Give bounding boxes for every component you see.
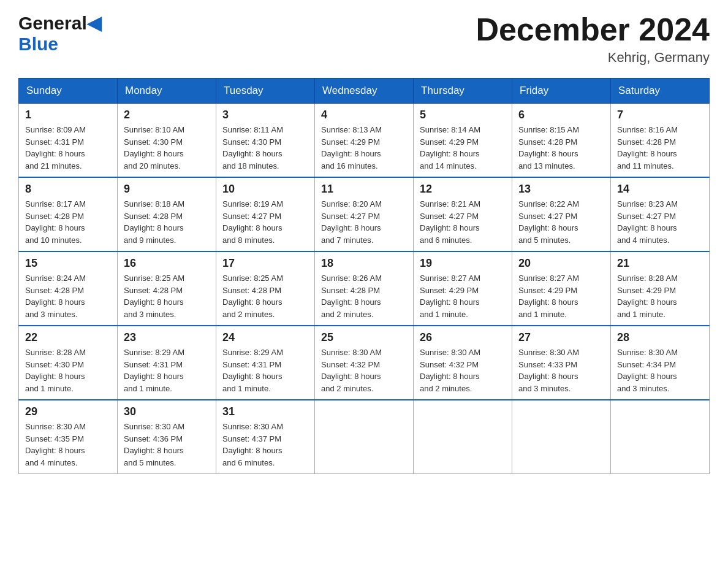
calendar-table: Sunday Monday Tuesday Wednesday Thursday… [18, 78, 710, 474]
page-header: General◀ Blue December 2024 Kehrig, Germ… [18, 12, 710, 66]
day-info: Sunrise: 8:30 AMSunset: 4:36 PMDaylight:… [124, 421, 210, 469]
day-number: 28 [617, 331, 703, 344]
day-info: Sunrise: 8:28 AMSunset: 4:30 PMDaylight:… [25, 347, 111, 394]
day-number: 1 [25, 109, 111, 121]
table-row: 11Sunrise: 8:20 AMSunset: 4:27 PMDayligh… [315, 177, 414, 251]
day-number: 6 [518, 109, 604, 121]
day-number: 31 [222, 405, 308, 418]
table-row: 26Sunrise: 8:30 AMSunset: 4:32 PMDayligh… [414, 326, 512, 400]
col-tuesday: Tuesday [216, 79, 315, 104]
day-number: 27 [518, 331, 604, 344]
day-info: Sunrise: 8:28 AMSunset: 4:29 PMDaylight:… [617, 272, 703, 320]
day-number: 23 [124, 331, 210, 344]
day-info: Sunrise: 8:14 AMSunset: 4:29 PMDaylight:… [420, 124, 506, 172]
day-info: Sunrise: 8:30 AMSunset: 4:35 PMDaylight:… [25, 421, 111, 469]
table-row: 10Sunrise: 8:19 AMSunset: 4:27 PMDayligh… [216, 177, 315, 251]
col-thursday: Thursday [414, 79, 512, 104]
day-info: Sunrise: 8:30 AMSunset: 4:34 PMDaylight:… [617, 347, 703, 394]
day-info: Sunrise: 8:10 AMSunset: 4:30 PMDaylight:… [124, 124, 210, 172]
day-info: Sunrise: 8:09 AMSunset: 4:31 PMDaylight:… [25, 124, 111, 172]
title-section: December 2024 Kehrig, Germany [476, 12, 710, 66]
day-info: Sunrise: 8:30 AMSunset: 4:32 PMDaylight:… [420, 347, 506, 394]
day-info: Sunrise: 8:24 AMSunset: 4:28 PMDaylight:… [25, 272, 111, 320]
table-row: 2Sunrise: 8:10 AMSunset: 4:30 PMDaylight… [118, 104, 216, 178]
calendar-header-row: Sunday Monday Tuesday Wednesday Thursday… [19, 79, 710, 104]
day-number: 14 [617, 183, 703, 196]
day-info: Sunrise: 8:27 AMSunset: 4:29 PMDaylight:… [518, 272, 604, 320]
table-row [315, 400, 414, 474]
table-row: 25Sunrise: 8:30 AMSunset: 4:32 PMDayligh… [315, 326, 414, 400]
day-number: 12 [420, 183, 506, 196]
day-info: Sunrise: 8:19 AMSunset: 4:27 PMDaylight:… [222, 198, 308, 246]
table-row: 19Sunrise: 8:27 AMSunset: 4:29 PMDayligh… [414, 251, 512, 326]
table-row: 27Sunrise: 8:30 AMSunset: 4:33 PMDayligh… [512, 326, 611, 400]
day-number: 21 [617, 257, 703, 270]
table-row [611, 400, 710, 474]
day-number: 7 [617, 109, 703, 121]
table-row: 15Sunrise: 8:24 AMSunset: 4:28 PMDayligh… [19, 251, 118, 326]
calendar-week-2: 8Sunrise: 8:17 AMSunset: 4:28 PMDaylight… [19, 177, 710, 251]
day-number: 11 [321, 183, 407, 196]
day-number: 30 [124, 405, 210, 418]
day-info: Sunrise: 8:16 AMSunset: 4:28 PMDaylight:… [617, 124, 703, 172]
day-number: 3 [222, 109, 308, 121]
table-row: 29Sunrise: 8:30 AMSunset: 4:35 PMDayligh… [19, 400, 118, 474]
table-row: 24Sunrise: 8:29 AMSunset: 4:31 PMDayligh… [216, 326, 315, 400]
day-info: Sunrise: 8:17 AMSunset: 4:28 PMDaylight:… [25, 198, 111, 246]
day-number: 24 [222, 331, 308, 344]
day-number: 29 [25, 405, 111, 418]
day-info: Sunrise: 8:27 AMSunset: 4:29 PMDaylight:… [420, 272, 506, 320]
day-number: 8 [25, 183, 111, 196]
table-row: 20Sunrise: 8:27 AMSunset: 4:29 PMDayligh… [512, 251, 611, 326]
day-number: 15 [25, 257, 111, 270]
day-number: 19 [420, 257, 506, 270]
table-row: 9Sunrise: 8:18 AMSunset: 4:28 PMDaylight… [118, 177, 216, 251]
table-row: 21Sunrise: 8:28 AMSunset: 4:29 PMDayligh… [611, 251, 710, 326]
table-row: 13Sunrise: 8:22 AMSunset: 4:27 PMDayligh… [512, 177, 611, 251]
day-info: Sunrise: 8:13 AMSunset: 4:29 PMDaylight:… [321, 124, 407, 172]
location-label: Kehrig, Germany [476, 50, 710, 66]
day-number: 2 [124, 109, 210, 121]
day-info: Sunrise: 8:18 AMSunset: 4:28 PMDaylight:… [124, 198, 210, 246]
table-row: 17Sunrise: 8:25 AMSunset: 4:28 PMDayligh… [216, 251, 315, 326]
table-row: 16Sunrise: 8:25 AMSunset: 4:28 PMDayligh… [118, 251, 216, 326]
day-info: Sunrise: 8:25 AMSunset: 4:28 PMDaylight:… [222, 272, 308, 320]
day-number: 10 [222, 183, 308, 196]
table-row: 1Sunrise: 8:09 AMSunset: 4:31 PMDaylight… [19, 104, 118, 178]
logo: General◀ Blue [18, 12, 101, 55]
table-row [512, 400, 611, 474]
table-row: 12Sunrise: 8:21 AMSunset: 4:27 PMDayligh… [414, 177, 512, 251]
col-sunday: Sunday [19, 79, 118, 104]
table-row [414, 400, 512, 474]
day-number: 18 [321, 257, 407, 270]
col-saturday: Saturday [611, 79, 710, 104]
day-info: Sunrise: 8:30 AMSunset: 4:33 PMDaylight:… [518, 347, 604, 394]
table-row: 18Sunrise: 8:26 AMSunset: 4:28 PMDayligh… [315, 251, 414, 326]
day-info: Sunrise: 8:22 AMSunset: 4:27 PMDaylight:… [518, 198, 604, 246]
table-row: 6Sunrise: 8:15 AMSunset: 4:28 PMDaylight… [512, 104, 611, 178]
col-friday: Friday [512, 79, 611, 104]
day-info: Sunrise: 8:30 AMSunset: 4:37 PMDaylight:… [222, 421, 308, 469]
day-number: 16 [124, 257, 210, 270]
table-row: 3Sunrise: 8:11 AMSunset: 4:30 PMDaylight… [216, 104, 315, 178]
day-info: Sunrise: 8:25 AMSunset: 4:28 PMDaylight:… [124, 272, 210, 320]
day-number: 25 [321, 331, 407, 344]
day-info: Sunrise: 8:21 AMSunset: 4:27 PMDaylight:… [420, 198, 506, 246]
day-info: Sunrise: 8:29 AMSunset: 4:31 PMDaylight:… [124, 347, 210, 394]
col-wednesday: Wednesday [315, 79, 414, 104]
day-number: 5 [420, 109, 506, 121]
day-number: 13 [518, 183, 604, 196]
table-row: 31Sunrise: 8:30 AMSunset: 4:37 PMDayligh… [216, 400, 315, 474]
table-row: 4Sunrise: 8:13 AMSunset: 4:29 PMDaylight… [315, 104, 414, 178]
table-row: 14Sunrise: 8:23 AMSunset: 4:27 PMDayligh… [611, 177, 710, 251]
day-number: 4 [321, 109, 407, 121]
day-number: 9 [124, 183, 210, 196]
table-row: 28Sunrise: 8:30 AMSunset: 4:34 PMDayligh… [611, 326, 710, 400]
table-row: 30Sunrise: 8:30 AMSunset: 4:36 PMDayligh… [118, 400, 216, 474]
calendar-week-3: 15Sunrise: 8:24 AMSunset: 4:28 PMDayligh… [19, 251, 710, 326]
table-row: 23Sunrise: 8:29 AMSunset: 4:31 PMDayligh… [118, 326, 216, 400]
day-info: Sunrise: 8:11 AMSunset: 4:30 PMDaylight:… [222, 124, 308, 172]
calendar-week-4: 22Sunrise: 8:28 AMSunset: 4:30 PMDayligh… [19, 326, 710, 400]
col-monday: Monday [118, 79, 216, 104]
day-info: Sunrise: 8:20 AMSunset: 4:27 PMDaylight:… [321, 198, 407, 246]
